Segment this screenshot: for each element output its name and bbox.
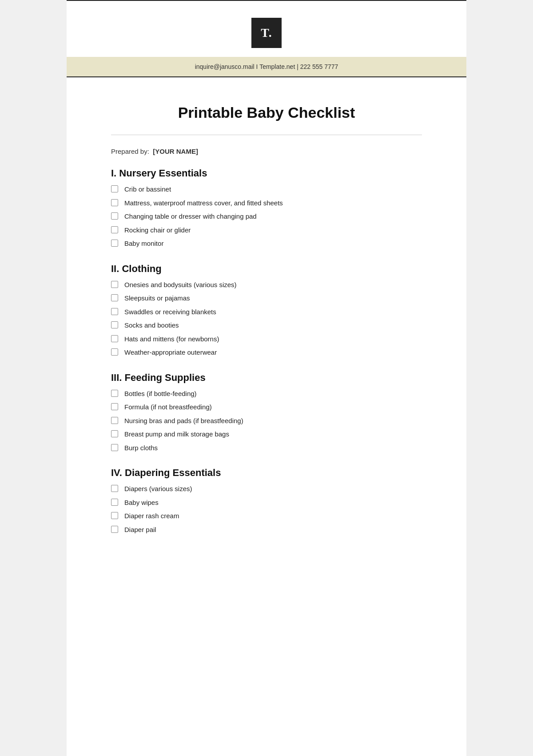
list-item: Rocking chair or glider [111, 225, 422, 236]
checkbox-icon[interactable] [111, 212, 118, 220]
checklist-feeding: Bottles (if bottle-feeding)Formula (if n… [111, 389, 422, 453]
item-label: Crib or bassinet [124, 184, 171, 195]
list-item: Burp cloths [111, 443, 422, 453]
checkbox-icon[interactable] [111, 321, 118, 328]
list-item: Sleepsuits or pajamas [111, 293, 422, 304]
prepared-by: Prepared by: [YOUR NAME] [111, 148, 422, 155]
checkbox-icon[interactable] [111, 485, 118, 492]
list-item: Diapers (various sizes) [111, 484, 422, 494]
item-label: Socks and booties [124, 320, 179, 331]
item-label: Changing table or dresser with changing … [124, 212, 257, 222]
item-label: Rocking chair or glider [124, 225, 191, 236]
list-item: Hats and mittens (for newborns) [111, 334, 422, 344]
list-item: Breast pump and milk storage bags [111, 429, 422, 440]
item-label: Breast pump and milk storage bags [124, 429, 229, 440]
logo-area: T. [67, 0, 466, 57]
prepared-by-value: [YOUR NAME] [153, 148, 198, 155]
list-item: Weather-appropriate outerwear [111, 348, 422, 358]
checkbox-icon[interactable] [111, 526, 118, 533]
checkbox-icon[interactable] [111, 308, 118, 315]
item-label: Diaper rash cream [124, 511, 179, 521]
checkbox-icon[interactable] [111, 294, 118, 301]
checkbox-icon[interactable] [111, 226, 118, 233]
list-item: Nursing bras and pads (if breastfeeding) [111, 416, 422, 426]
header-banner: inquire@janusco.mail I Template.net | 22… [67, 57, 466, 76]
item-label: Baby wipes [124, 498, 159, 508]
checklist-diapering: Diapers (various sizes)Baby wipesDiaper … [111, 484, 422, 535]
list-item: Changing table or dresser with changing … [111, 212, 422, 222]
checkbox-icon[interactable] [111, 390, 118, 397]
checkbox-icon[interactable] [111, 499, 118, 506]
item-label: Baby monitor [124, 239, 163, 249]
item-label: Onesies and bodysuits (various sizes) [124, 280, 237, 290]
section-diapering: IV. Diapering EssentialsDiapers (various… [111, 467, 422, 535]
list-item: Diaper rash cream [111, 511, 422, 521]
item-label: Swaddles or receiving blankets [124, 307, 216, 317]
item-label: Diapers (various sizes) [124, 484, 192, 494]
list-item: Mattress, waterproof mattress cover, and… [111, 198, 422, 208]
checkbox-icon[interactable] [111, 185, 118, 192]
list-item: Baby wipes [111, 498, 422, 508]
checkbox-icon[interactable] [111, 199, 118, 206]
list-item: Crib or bassinet [111, 184, 422, 195]
item-label: Formula (if not breastfeeding) [124, 402, 212, 412]
list-item: Bottles (if bottle-feeding) [111, 389, 422, 399]
checkbox-icon[interactable] [111, 281, 118, 288]
checklist-nursery: Crib or bassinetMattress, waterproof mat… [111, 184, 422, 249]
main-title: Printable Baby Checklist [111, 104, 422, 121]
checkbox-icon[interactable] [111, 430, 118, 437]
section-title-feeding: III. Feeding Supplies [111, 372, 422, 384]
item-label: Bottles (if bottle-feeding) [124, 389, 197, 399]
sections-container: I. Nursery EssentialsCrib or bassinetMat… [111, 168, 422, 535]
section-title-diapering: IV. Diapering Essentials [111, 467, 422, 479]
item-label: Nursing bras and pads (if breastfeeding) [124, 416, 243, 426]
title-divider [111, 135, 422, 135]
list-item: Baby monitor [111, 239, 422, 249]
checklist-clothing: Onesies and bodysuits (various sizes)Sle… [111, 280, 422, 358]
logo: T. [251, 18, 282, 48]
list-item: Diaper pail [111, 525, 422, 535]
page: T. inquire@janusco.mail I Template.net |… [67, 0, 466, 756]
checkbox-icon[interactable] [111, 444, 118, 451]
checkbox-icon[interactable] [111, 240, 118, 247]
contact-info: inquire@janusco.mail I Template.net | 22… [195, 63, 338, 70]
checkbox-icon[interactable] [111, 348, 118, 356]
checkbox-icon[interactable] [111, 335, 118, 342]
item-label: Mattress, waterproof mattress cover, and… [124, 198, 283, 208]
section-feeding: III. Feeding SuppliesBottles (if bottle-… [111, 372, 422, 453]
section-title-clothing: II. Clothing [111, 263, 422, 275]
item-label: Weather-appropriate outerwear [124, 348, 217, 358]
item-label: Sleepsuits or pajamas [124, 293, 190, 304]
item-label: Diaper pail [124, 525, 156, 535]
section-nursery: I. Nursery EssentialsCrib or bassinetMat… [111, 168, 422, 249]
checkbox-icon[interactable] [111, 512, 118, 519]
logo-text: T. [261, 26, 272, 40]
list-item: Formula (if not breastfeeding) [111, 402, 422, 412]
item-label: Burp cloths [124, 443, 158, 453]
checkbox-icon[interactable] [111, 403, 118, 410]
item-label: Hats and mittens (for newborns) [124, 334, 219, 344]
section-clothing: II. ClothingOnesies and bodysuits (vario… [111, 263, 422, 358]
list-item: Socks and booties [111, 320, 422, 331]
header-line-top [67, 0, 466, 1]
list-item: Swaddles or receiving blankets [111, 307, 422, 317]
section-title-nursery: I. Nursery Essentials [111, 168, 422, 179]
checkbox-icon[interactable] [111, 417, 118, 424]
content-area: Printable Baby Checklist Prepared by: [Y… [67, 77, 466, 567]
prepared-by-label: Prepared by: [111, 148, 149, 155]
list-item: Onesies and bodysuits (various sizes) [111, 280, 422, 290]
